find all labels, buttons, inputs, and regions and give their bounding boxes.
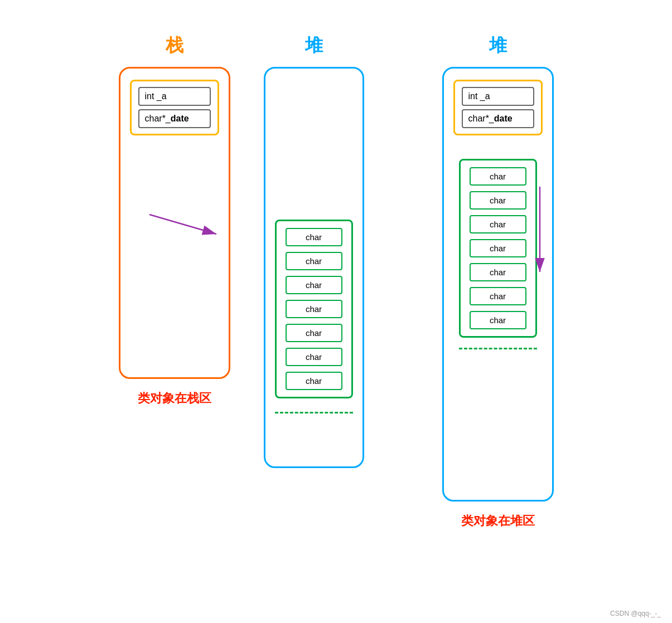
stack-char-date: char*_date: [138, 109, 211, 128]
right-char-6: char: [470, 287, 526, 305]
right-char-5: char: [470, 263, 526, 281]
middle-char-1: char: [286, 228, 342, 246]
stack-inner-box: int _a char*_date: [130, 80, 219, 135]
left-bottom-label: 类对象在栈区: [138, 390, 211, 407]
right-char-date: char*_date: [462, 109, 534, 128]
middle-char-group: char char char char char char char: [275, 220, 353, 398]
middle-char-7: char: [286, 372, 342, 390]
right-int-a: int _a: [462, 87, 534, 106]
middle-char-4: char: [286, 300, 342, 318]
stack-int-a: int _a: [138, 87, 211, 106]
right-title: 堆: [489, 33, 507, 58]
right-char-2: char: [470, 191, 526, 210]
left-title: 栈: [166, 33, 183, 58]
right-char-3: char: [470, 215, 526, 233]
right-char-group: char char char char char char char: [459, 159, 537, 338]
right-bottom-label: 类对象在堆区: [461, 513, 535, 529]
right-heap-container: int _a char*_date char char char char ch…: [442, 67, 554, 502]
middle-char-6: char: [286, 348, 342, 366]
middle-heap-container: char char char char char char char: [264, 67, 364, 468]
right-stack-inner: int _a char*_date: [453, 80, 543, 135]
watermark: CSDN @qqq-_-_: [610, 610, 661, 617]
middle-char-5: char: [286, 324, 342, 342]
middle-char-2: char: [286, 252, 342, 270]
stack-container: int _a char*_date: [119, 67, 230, 379]
right-char-7: char: [470, 311, 526, 329]
middle-title: 堆: [305, 33, 323, 58]
right-char-4: char: [470, 239, 526, 257]
middle-char-3: char: [286, 276, 342, 294]
right-char-1: char: [470, 167, 526, 186]
